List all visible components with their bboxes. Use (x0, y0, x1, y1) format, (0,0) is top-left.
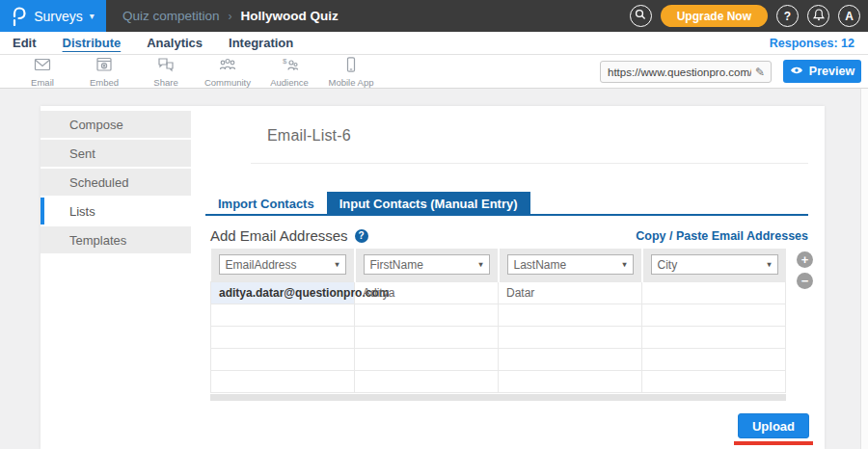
cell-city[interactable] (642, 304, 786, 326)
cell-city[interactable] (642, 348, 786, 370)
column-select-lastname[interactable]: LastName ▾ (507, 254, 634, 275)
distribute-toolbar: Email Embed Share (0, 55, 868, 89)
tab-input-contacts-manual[interactable]: Input Contacts (Manual Entry) (327, 192, 530, 216)
sidebar-item-label: Templates (69, 233, 126, 248)
cell-lastname[interactable] (499, 326, 642, 348)
eye-icon (790, 65, 803, 78)
avatar[interactable]: A (838, 5, 860, 27)
product-menu[interactable]: Surveys ▾ (0, 0, 106, 32)
bell-icon (813, 9, 825, 24)
channel-email[interactable]: Email (12, 57, 73, 88)
sidebar-item-label: Scheduled (69, 175, 128, 190)
column-select-label: EmailAddress (226, 258, 336, 272)
row-controls: + − (797, 251, 813, 289)
survey-nav: Edit Distribute Analytics Integration Re… (0, 32, 868, 55)
nav-integration[interactable]: Integration (229, 36, 293, 50)
cell-city[interactable] (642, 281, 786, 304)
product-menu-label: Surveys (34, 9, 83, 24)
email-sidebar: Compose Sent Scheduled Lists Templates (41, 106, 191, 449)
search-button[interactable] (630, 5, 652, 27)
column-select-label: City (658, 258, 768, 272)
audience-dollar-icon: $ (280, 57, 299, 76)
contacts-table: EmailAddress ▾ FirstName ▾ LastName ▾ (210, 249, 786, 401)
contacts-tabs: Import Contacts Input Contacts (Manual E… (205, 192, 530, 216)
cell-firstname[interactable] (355, 370, 499, 392)
upgrade-now-button[interactable]: Upgrade Now (661, 5, 768, 27)
cell-city[interactable] (642, 370, 786, 392)
chevron-down-icon: ▾ (622, 260, 626, 269)
tabs-underline (205, 214, 808, 216)
cell-lastname[interactable]: Datar (499, 281, 642, 304)
cell-firstname[interactable] (355, 348, 499, 370)
cell-firstname[interactable]: Aditya (355, 281, 499, 304)
sidebar-item-compose[interactable]: Compose (41, 111, 191, 138)
questionpro-logo-icon (12, 7, 27, 26)
column-select-email[interactable]: EmailAddress ▾ (219, 254, 346, 275)
channel-email-label: Email (31, 77, 54, 88)
survey-url-input[interactable] (601, 66, 755, 78)
cell-email[interactable]: aditya.datar@questionpro.com (211, 281, 355, 304)
channel-embed[interactable]: Embed (73, 57, 135, 88)
channel-share[interactable]: Share (135, 57, 197, 88)
sidebar-item-lists[interactable]: Lists (41, 198, 191, 224)
sidebar-item-sent[interactable]: Sent (41, 140, 191, 167)
table-row (211, 304, 786, 326)
upload-button[interactable]: Upload (738, 413, 809, 438)
breadcrumb: Quiz competition › Hollywood Quiz (122, 9, 339, 23)
cell-lastname[interactable] (499, 304, 642, 326)
cell-firstname[interactable] (355, 304, 499, 326)
nav-edit[interactable]: Edit (13, 36, 37, 50)
cell-lastname[interactable] (499, 370, 642, 392)
column-select-city[interactable]: City ▾ (651, 254, 778, 275)
column-select-firstname[interactable]: FirstName ▾ (364, 254, 490, 275)
add-column-button[interactable]: + (797, 251, 813, 268)
channel-community[interactable]: Community (197, 57, 258, 88)
cell-firstname[interactable] (355, 326, 499, 348)
cell-email[interactable] (211, 370, 355, 392)
title-divider (251, 163, 808, 164)
column-select-label: FirstName (370, 258, 479, 272)
svg-text:$: $ (283, 57, 287, 66)
preview-button[interactable]: Preview (783, 60, 861, 83)
table-horizontal-scrollbar[interactable] (210, 394, 786, 401)
envelope-icon (33, 57, 52, 76)
page-scrollbar[interactable] (860, 89, 868, 449)
notifications-button[interactable] (807, 5, 829, 27)
table-row (211, 326, 786, 348)
sidebar-item-templates[interactable]: Templates (41, 226, 191, 253)
remove-column-button[interactable]: − (797, 273, 813, 289)
email-lists-panel: Compose Sent Scheduled Lists Templates E… (41, 106, 825, 449)
channel-mobile-app[interactable]: Mobile App (320, 57, 382, 88)
channel-embed-label: Embed (90, 77, 119, 88)
chevron-down-icon: ▾ (767, 260, 771, 269)
nav-distribute[interactable]: Distribute (63, 36, 122, 50)
survey-url-box: ✎ (600, 61, 772, 83)
cell-city[interactable] (642, 326, 786, 348)
cell-email[interactable] (211, 348, 355, 370)
cell-email[interactable] (211, 304, 355, 326)
table-row: aditya.datar@questionpro.com Aditya Data… (211, 281, 786, 304)
responses-count[interactable]: Responses: 12 (770, 37, 854, 50)
table-header-row: EmailAddress ▾ FirstName ▾ LastName ▾ (211, 249, 786, 281)
breadcrumb-parent[interactable]: Quiz competition (122, 9, 220, 23)
channel-audience[interactable]: $ Audience (258, 57, 320, 88)
copy-paste-emails-link[interactable]: Copy / Paste Email Addresses (636, 229, 808, 243)
column-select-label: LastName (514, 258, 623, 272)
table-row (211, 370, 786, 392)
embed-window-gear-icon (95, 57, 114, 76)
preview-button-label: Preview (809, 65, 854, 78)
pencil-icon[interactable]: ✎ (755, 66, 771, 79)
sidebar-item-scheduled[interactable]: Scheduled (41, 169, 191, 196)
sidebar-item-label: Sent (69, 146, 95, 161)
people-group-icon (218, 57, 237, 76)
help-tooltip-icon[interactable]: ? (355, 229, 368, 243)
chevron-down-icon: ▾ (90, 12, 95, 21)
breadcrumb-separator-icon: › (229, 10, 232, 23)
tab-import-contacts[interactable]: Import Contacts (205, 192, 327, 216)
nav-analytics[interactable]: Analytics (147, 36, 203, 50)
cell-lastname[interactable] (499, 348, 642, 370)
help-button[interactable]: ? (776, 5, 799, 27)
cell-email[interactable] (211, 326, 355, 348)
upload-annotation-underline (734, 441, 813, 445)
channel-community-label: Community (204, 77, 251, 88)
